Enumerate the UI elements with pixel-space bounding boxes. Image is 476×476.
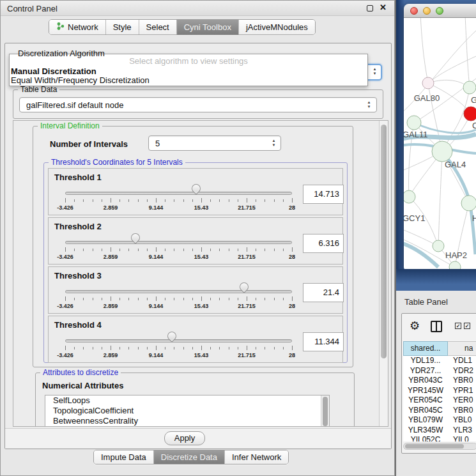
list-item-topologicalcoefficient[interactable]: TopologicalCoefficient xyxy=(45,406,329,416)
bottom-tab-label: Impute Data xyxy=(101,452,146,462)
numerical-attributes-list[interactable]: SelfLoopsTopologicalCoefficientBetweenne… xyxy=(45,395,330,427)
close-traffic-light-icon[interactable] xyxy=(410,7,418,15)
minimize-traffic-light-icon[interactable] xyxy=(423,7,431,15)
node-gal80 xyxy=(422,77,434,89)
table-row[interactable]: YER054CYER0 xyxy=(403,395,476,406)
tick-mark xyxy=(247,198,247,203)
tick-mark xyxy=(156,346,157,350)
attributes-group: Attributes to discretize Numerical Attri… xyxy=(35,372,355,427)
apply-button[interactable]: Apply xyxy=(164,431,205,445)
slider-track[interactable] xyxy=(65,339,292,342)
tick-mark xyxy=(201,198,202,203)
close-icon[interactable]: ✕ xyxy=(380,3,387,12)
scrollbar-thumb[interactable] xyxy=(405,444,464,449)
tab-label: Network xyxy=(68,22,98,32)
tab-cyni-toolbox[interactable]: Cyni Toolbox xyxy=(177,20,239,35)
gear-icon[interactable]: ⚙ xyxy=(410,319,420,333)
tick-mark xyxy=(192,298,193,300)
bottom-tab-infer-network[interactable]: Infer Network xyxy=(225,450,288,464)
tick-label: 2.859 xyxy=(104,352,118,358)
cell-name: YIL0 xyxy=(448,435,476,441)
list-item-betweennesscentrality[interactable]: BetweennessCentrality xyxy=(45,416,329,426)
table-data-combobox[interactable]: galFiltered.sif default node ▲▼ xyxy=(19,97,377,112)
tick-mark xyxy=(247,346,247,350)
tick-mark xyxy=(138,199,139,202)
tick-mark xyxy=(192,249,193,251)
tick-mark xyxy=(283,347,284,349)
control-panel-window: Control Panel ✕ NetworkStyleSelectCyni T… xyxy=(0,0,395,476)
column-header-name[interactable]: na xyxy=(448,341,476,356)
table-row[interactable]: YDR27...YDR2 xyxy=(403,366,476,376)
table-horizontal-scrollbar[interactable] xyxy=(403,443,476,450)
tick-label: -3.426 xyxy=(57,204,73,211)
table-row[interactable]: YBL079WYBL0 xyxy=(403,415,476,426)
scrollbar-thumb[interactable] xyxy=(381,125,387,358)
attributes-list-scrollbar[interactable] xyxy=(321,395,329,427)
threshold-value-field[interactable]: 11.344 xyxy=(303,332,344,351)
scrollbar-thumb[interactable] xyxy=(323,397,328,426)
checked-box-icon[interactable]: ✓ xyxy=(464,323,470,329)
tab-select[interactable]: Select xyxy=(139,20,177,35)
tick-mark xyxy=(65,346,66,350)
node-label-g-cut: GA xyxy=(471,95,476,105)
tick-mark xyxy=(138,249,139,251)
tick-mark xyxy=(265,249,265,251)
tick-mark xyxy=(229,199,229,202)
thresholds-group: Threshold's Coordinates for 5 Intervals … xyxy=(43,162,348,363)
list-item-selfloops[interactable]: SelfLoops xyxy=(45,395,329,406)
tick-mark xyxy=(256,347,256,349)
column-header-shared[interactable]: shared... xyxy=(403,341,448,356)
panel-vertical-scrollbar[interactable] xyxy=(379,121,388,427)
algorithm-option-equal-width-frequency-discretization[interactable]: Equal Width/Frequency Discretization xyxy=(11,75,150,85)
node-h xyxy=(461,196,476,211)
node-label-c-cut: C xyxy=(472,121,476,130)
tick-mark xyxy=(147,249,148,251)
float-window-icon[interactable] xyxy=(367,5,373,12)
tab-network[interactable]: Network xyxy=(49,20,106,35)
tab-jactivemnodules[interactable]: jActiveMNodules xyxy=(239,20,315,35)
table-row[interactable]: YPR145WYPR1 xyxy=(403,386,476,396)
split-view-icon[interactable] xyxy=(431,321,442,332)
threshold-4-row: Threshold 4-3.4262.8599.14415.4321.71528… xyxy=(48,316,343,363)
combo-stepper-icon[interactable]: ▲▼ xyxy=(372,67,378,76)
node-label-hap2: HAP2 xyxy=(445,250,467,260)
threshold-1-row: Threshold 1-3.4262.8599.14415.4321.71528… xyxy=(48,168,343,215)
table-row[interactable]: YLR345WYLR3 xyxy=(403,426,476,436)
table-data-group: Table Data galFiltered.sif default node … xyxy=(13,89,383,119)
threshold-value-field[interactable]: 6.316 xyxy=(303,234,344,253)
attribute-items: SelfLoopsTopologicalCoefficientBetweenne… xyxy=(45,395,329,426)
threshold-value-field[interactable]: 14.713 xyxy=(303,185,344,204)
table-row[interactable]: YBR043CYBR0 xyxy=(403,376,476,386)
tick-mark xyxy=(102,347,102,349)
tick-mark xyxy=(229,347,229,349)
table-row[interactable]: YDL19...YDL1 xyxy=(403,356,476,366)
slider-track[interactable] xyxy=(65,290,292,293)
interval-definition-group: Interval Definition Number of Intervals … xyxy=(33,126,353,367)
table-row[interactable]: YBR045CYBR0 xyxy=(403,406,476,416)
table-toolbar: ⚙ ✓ ✓ xyxy=(402,314,476,341)
tick-label: 9.144 xyxy=(149,204,164,211)
control-panel-title: Control Panel xyxy=(7,4,58,13)
table-row[interactable]: YIL052CYIL0 xyxy=(403,435,476,441)
checked-box-icon[interactable]: ✓ xyxy=(455,323,461,329)
number-of-intervals-combobox[interactable]: 5 ▲▼ xyxy=(148,135,281,151)
slider-track[interactable] xyxy=(65,192,292,195)
bottom-tab-discretize-data[interactable]: Discretize Data xyxy=(154,450,225,464)
node-gal4 xyxy=(432,141,452,162)
algorithm-option-manual-discretization[interactable]: Manual Discretization xyxy=(11,66,96,76)
settings-scrollpane: Interval Definition Number of Intervals … xyxy=(13,120,388,427)
network-canvas[interactable]: GAL80 GA C GAL11 GAL4 GCY1 H HAP2 xyxy=(404,18,476,270)
tick-label: 2.859 xyxy=(104,254,118,260)
tick-mark xyxy=(292,247,293,252)
tab-label: Cyni Toolbox xyxy=(184,22,231,32)
tick-label: 2.859 xyxy=(104,303,118,309)
combo-stepper-icon[interactable]: ▲▼ xyxy=(271,139,277,148)
tab-style[interactable]: Style xyxy=(106,20,139,35)
slider-track[interactable] xyxy=(65,241,292,244)
cell-name: YBL0 xyxy=(448,415,476,426)
tick-mark xyxy=(119,298,120,300)
zoom-traffic-light-icon[interactable] xyxy=(436,7,443,15)
bottom-tab-impute-data[interactable]: Impute Data xyxy=(94,450,154,464)
combo-stepper-icon[interactable]: ▲▼ xyxy=(366,100,372,109)
threshold-value-field[interactable]: 21.4 xyxy=(303,283,344,302)
